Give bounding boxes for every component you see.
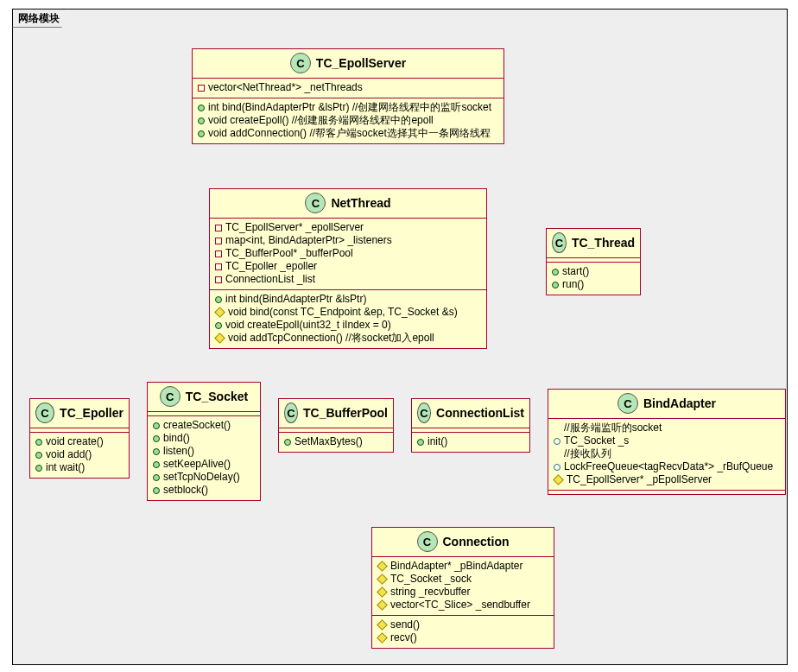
class-icon: C [618, 393, 638, 414]
class-NetThread: C NetThread TC_EpollServer* _epollServer… [209, 188, 487, 349]
class-icon: C [35, 403, 54, 423]
class-TC_BufferPool: C TC_BufferPool SetMaxBytes() [278, 398, 394, 453]
class-icon: C [417, 403, 431, 423]
class-TC_Thread: C TC_Thread start() run() [546, 228, 641, 295]
class-name: NetThread [331, 196, 390, 210]
class-name: TC_EpollServer [316, 56, 406, 70]
class-ConnectionList: C ConnectionList init() [411, 398, 530, 453]
class-Connection: C Connection BindAdapter* _pBindAdapter … [371, 527, 554, 649]
diagram-canvas: 网络模块 C TC_EpollServer vector<NetThread*>… [0, 0, 798, 672]
class-BindAdapter: C BindAdapter //服务端监听的socket TC_Socket _… [548, 389, 786, 495]
class-icon: C [290, 53, 311, 73]
methods-section: int bind(BindAdapterPtr &lsPtr) //创建网络线程… [193, 98, 504, 143]
package-title: 网络模块 [12, 9, 69, 28]
class-icon: C [305, 193, 326, 213]
class-TC_Epoller: C TC_Epoller void create() void add() in… [29, 398, 130, 479]
class-icon: C [552, 232, 567, 253]
fields-section: vector<NetThread*> _netThreads [193, 79, 504, 98]
class-icon: C [160, 386, 180, 407]
class-icon: C [284, 403, 298, 423]
class-icon: C [417, 531, 438, 552]
class-TC_Socket: C TC_Socket createSocket() bind() listen… [147, 382, 261, 501]
class-TC_EpollServer: C TC_EpollServer vector<NetThread*> _net… [192, 48, 504, 144]
